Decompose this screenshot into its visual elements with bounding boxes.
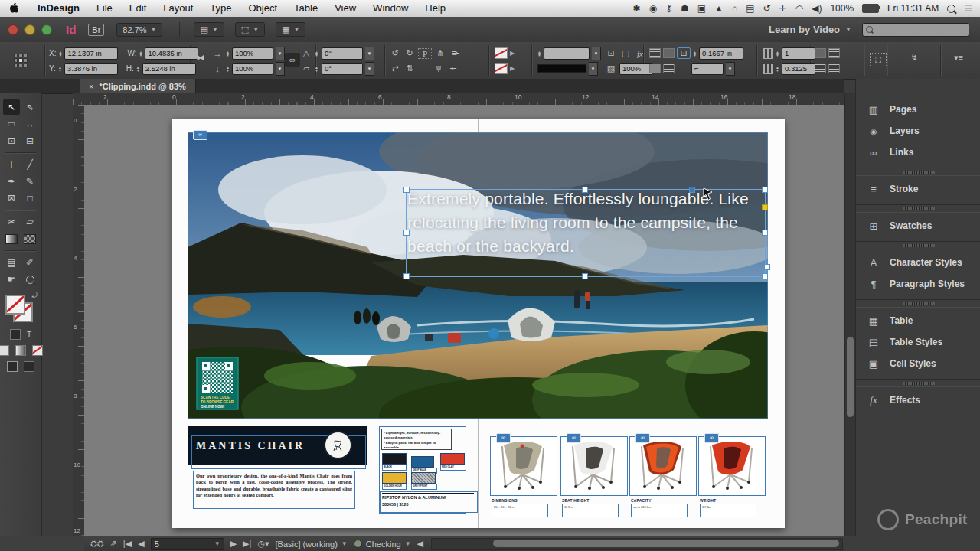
frame-handle[interactable]: [582, 273, 588, 279]
align-bottom-icon[interactable]: [815, 64, 826, 73]
quick-apply-icon[interactable]: ↯: [908, 53, 920, 63]
volume-icon[interactable]: ◀): [812, 3, 822, 14]
colorway-gold[interactable]: [382, 472, 407, 484]
home-icon[interactable]: ⌂: [732, 3, 737, 14]
product-title[interactable]: MANTIS CHAIR: [196, 440, 305, 452]
height-field[interactable]: 2.5248 in: [142, 63, 196, 75]
wrap-none-icon[interactable]: [649, 48, 661, 58]
chair-link-badge[interactable]: ∞: [635, 433, 650, 443]
apple-menu-icon[interactable]: [9, 3, 18, 14]
selection-tool[interactable]: ↖: [3, 99, 20, 115]
photo-link-badge[interactable]: ∞: [193, 130, 207, 140]
workspace-switcher[interactable]: Learn by Video▼: [769, 24, 851, 35]
columns-field[interactable]: 1: [782, 47, 815, 60]
previous-page-button[interactable]: ◀: [138, 539, 144, 549]
line-tool[interactable]: ╱: [21, 157, 38, 172]
dock-drag-handle[interactable]: [903, 302, 935, 305]
creative-cloud-icon[interactable]: ◉: [649, 3, 657, 14]
align-center-v-icon[interactable]: [828, 48, 840, 58]
product-body-text[interactable]: Our own proprietary design, the one-of-a…: [193, 471, 355, 509]
scale-x-stepper[interactable]: ▲▼: [226, 51, 230, 57]
w-stepper[interactable]: ▲▼: [139, 51, 142, 57]
rotation-angle-field[interactable]: 0°: [322, 47, 363, 60]
colorway-blue[interactable]: [411, 456, 434, 468]
panel-paragraph-styles[interactable]: ¶Paragraph Styles: [856, 273, 980, 295]
evernote-icon[interactable]: ☗: [681, 3, 689, 14]
panel-pages[interactable]: ▥Pages: [856, 99, 980, 120]
dock-drag-handle[interactable]: [903, 207, 935, 210]
minimize-window-button[interactable]: [24, 24, 35, 35]
search-input[interactable]: [862, 23, 969, 37]
wrap-bounding-icon[interactable]: [663, 48, 675, 58]
key-icon[interactable]: ⚷: [665, 3, 672, 14]
frame-handle-active[interactable]: [689, 187, 695, 193]
panel-cell-styles[interactable]: ▣Cell Styles: [856, 353, 980, 374]
dock-drag-handle[interactable]: [903, 171, 935, 174]
panel-layers[interactable]: ◈Layers: [856, 120, 980, 142]
normal-view-button[interactable]: [7, 361, 18, 372]
wrap-offset-stepper[interactable]: ▲▼: [693, 51, 697, 57]
preflight-gears-icon[interactable]: ⛭⛭: [90, 539, 104, 549]
wrap-jump-icon[interactable]: [649, 64, 661, 73]
screen-mode-dropdown[interactable]: ⬚▼: [235, 22, 265, 37]
zoom-window-button[interactable]: [41, 24, 52, 35]
frame-handle[interactable]: [762, 230, 768, 236]
menu-object[interactable]: Object: [240, 0, 286, 17]
apply-gradient-button[interactable]: [15, 345, 26, 356]
vertical-ruler[interactable]: 0 2 4 6 8 10 12: [73, 105, 85, 536]
wrap-options-dropdown[interactable]: ▼: [726, 62, 735, 76]
panel-effects[interactable]: fxEffects: [856, 390, 980, 411]
bridge-button[interactable]: Br: [88, 24, 104, 36]
horizontal-ruler[interactable]: 2 0 2 4 6 8 10 12 14 16 18: [73, 93, 844, 106]
fill-box[interactable]: [5, 295, 25, 315]
h-stepper[interactable]: ▲▼: [136, 66, 140, 72]
preflight-status[interactable]: Checking▼: [354, 540, 411, 549]
link-scale-icon[interactable]: ∞: [285, 53, 300, 67]
bluetooth-icon[interactable]: ✛: [779, 3, 787, 14]
dropbox-icon[interactable]: ✱: [633, 3, 641, 14]
align-tree-up-icon[interactable]: ⋔: [434, 48, 446, 58]
panel-table-styles[interactable]: ▤Table Styles: [856, 331, 980, 353]
direct-selection-tool[interactable]: ⇖: [21, 99, 38, 115]
chair-link-badge[interactable]: ∞: [496, 433, 511, 443]
fx-icon[interactable]: fx: [634, 49, 646, 58]
page-number-field[interactable]: 5▼: [151, 538, 224, 550]
stroke-weight-dropdown[interactable]: ▼: [592, 47, 601, 60]
menu-window[interactable]: Window: [364, 0, 416, 17]
preflight-menu-icon[interactable]: ◷▾: [257, 539, 269, 549]
scale-x-field[interactable]: 100%: [232, 47, 273, 60]
apply-color-button[interactable]: [0, 345, 9, 356]
hand-tool[interactable]: ☛: [3, 272, 20, 287]
formatting-text-icon[interactable]: T: [27, 331, 31, 339]
gap-tool[interactable]: ↔: [21, 116, 38, 132]
content-collector-tool[interactable]: ⊡: [3, 133, 20, 148]
menu-view[interactable]: View: [326, 0, 364, 17]
pencil-tool[interactable]: ✎: [21, 174, 38, 189]
wrap-object-icon[interactable]: ⊡: [677, 47, 691, 59]
menubar-clock[interactable]: Fri 11:31 AM: [887, 3, 939, 14]
fill-swatch-none[interactable]: [495, 47, 508, 59]
wrap-skip-icon[interactable]: [663, 64, 675, 73]
dock-drag-handle[interactable]: [903, 382, 935, 385]
x-stepper[interactable]: ▲▼: [58, 51, 62, 57]
stroke-style-dropdown[interactable]: ▼: [589, 62, 598, 76]
scale-y-dropdown[interactable]: ▼: [276, 62, 285, 76]
menu-table[interactable]: Table: [286, 0, 326, 17]
align-tree-left-icon[interactable]: ⋔: [449, 63, 459, 75]
vertical-scrollbar[interactable]: [844, 93, 856, 536]
app-icon[interactable]: ▣: [697, 3, 706, 14]
spotlight-icon[interactable]: [947, 5, 956, 13]
note-tool[interactable]: ▤: [3, 255, 20, 270]
formatting-container-icon[interactable]: [10, 329, 21, 340]
spec-value[interactable]: up to 320 lbs: [631, 504, 688, 517]
scroll-left-arrow[interactable]: ◀: [417, 539, 423, 549]
selected-text-frame[interactable]: [406, 189, 766, 277]
chair-sketch-badge[interactable]: [324, 431, 352, 459]
eyedropper-tool[interactable]: ✐: [21, 255, 38, 270]
panel-table[interactable]: ▦Table: [856, 310, 980, 331]
frame-handle[interactable]: [403, 273, 410, 279]
preflight-profile-dropdown[interactable]: [Basic] (working)▼: [276, 540, 348, 549]
chair-frame-1[interactable]: [490, 436, 557, 496]
gutter-field[interactable]: 0.3125: [782, 63, 815, 75]
gradient-swatch-tool[interactable]: [3, 231, 20, 246]
